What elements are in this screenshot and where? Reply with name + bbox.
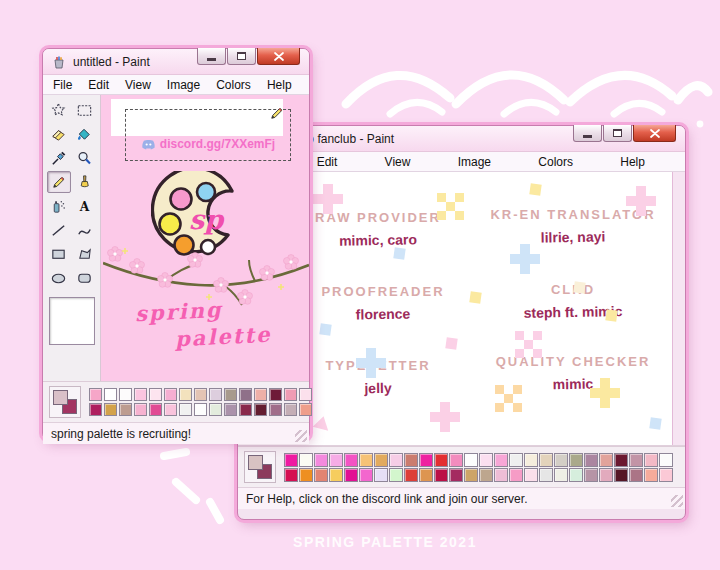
palette-swatch[interactable] [194, 388, 207, 401]
palette-swatch[interactable] [644, 453, 658, 467]
palette-swatch[interactable] [404, 468, 418, 482]
palette-swatch[interactable] [584, 453, 598, 467]
palette-swatch[interactable] [104, 403, 117, 416]
palette-swatch[interactable] [269, 403, 282, 416]
menu-item-help[interactable]: Help [261, 78, 298, 92]
palette-swatch[interactable] [164, 403, 177, 416]
menu-item-help[interactable]: Help [614, 155, 651, 169]
palette-swatch[interactable] [479, 453, 493, 467]
palette-swatch[interactable] [449, 453, 463, 467]
palette-swatch[interactable] [224, 388, 237, 401]
palette-swatch[interactable] [89, 388, 102, 401]
palette-swatch[interactable] [389, 468, 403, 482]
palette-swatch[interactable] [464, 453, 478, 467]
palette-swatch[interactable] [554, 453, 568, 467]
menu-item-colors[interactable]: Colors [210, 78, 257, 92]
minimize-button[interactable] [573, 125, 602, 142]
tool-magnifier-icon[interactable] [73, 147, 97, 169]
title-bar[interactable]: untitled - Paint [43, 49, 309, 75]
palette-swatch[interactable] [134, 403, 147, 416]
palette-swatch[interactable] [524, 453, 538, 467]
palette-swatch[interactable] [629, 453, 643, 467]
palette-swatch[interactable] [89, 403, 102, 416]
palette-swatch[interactable] [344, 453, 358, 467]
palette-swatch[interactable] [374, 453, 388, 467]
palette-swatch[interactable] [659, 453, 673, 467]
tool-fill-icon[interactable] [73, 123, 97, 145]
menu-item-edit[interactable]: Edit [311, 155, 344, 169]
palette-swatch[interactable] [389, 453, 403, 467]
palette-swatch[interactable] [539, 468, 553, 482]
palette-swatch[interactable] [584, 468, 598, 482]
palette-swatch[interactable] [164, 388, 177, 401]
palette-swatch[interactable] [494, 468, 508, 482]
menu-item-edit[interactable]: Edit [82, 78, 115, 92]
palette-swatch[interactable] [239, 403, 252, 416]
palette-swatch[interactable] [209, 403, 222, 416]
palette-swatch[interactable] [479, 468, 493, 482]
close-button[interactable] [257, 48, 300, 65]
minimize-button[interactable] [197, 48, 226, 65]
selection-box[interactable]: discord.gg/7XXemFj [125, 109, 291, 161]
palette-swatch[interactable] [329, 453, 343, 467]
palette-swatch[interactable] [614, 453, 628, 467]
tool-line-icon[interactable] [47, 219, 71, 241]
palette-swatch[interactable] [359, 453, 373, 467]
menu-item-image[interactable]: Image [452, 155, 497, 169]
palette-swatch[interactable] [554, 468, 568, 482]
palette-swatch[interactable] [569, 468, 583, 482]
tool-polygon-icon[interactable] [73, 243, 97, 265]
palette-swatch[interactable] [629, 468, 643, 482]
palette-swatch[interactable] [509, 453, 523, 467]
palette-swatch[interactable] [179, 403, 192, 416]
palette-swatch[interactable] [314, 453, 328, 467]
tool-pencil-icon[interactable] [47, 171, 71, 193]
foreground-background-colors[interactable] [244, 451, 276, 483]
palette-swatch[interactable] [194, 403, 207, 416]
palette-swatch[interactable] [299, 468, 313, 482]
menu-item-file[interactable]: File [47, 78, 78, 92]
paint-canvas[interactable]: discord.gg/7XXemFj sp spring palette [101, 95, 309, 381]
palette-swatch[interactable] [419, 468, 433, 482]
tool-picker-icon[interactable] [47, 147, 71, 169]
palette-swatch[interactable] [599, 453, 613, 467]
resize-grip[interactable] [295, 430, 307, 442]
palette-swatch[interactable] [149, 403, 162, 416]
tool-options-box[interactable] [49, 297, 95, 345]
palette-swatch[interactable] [344, 468, 358, 482]
palette-swatch[interactable] [284, 403, 297, 416]
palette-swatch[interactable] [299, 388, 312, 401]
palette-swatch[interactable] [299, 453, 313, 467]
tool-brush-icon[interactable] [73, 171, 97, 193]
palette-swatch[interactable] [239, 388, 252, 401]
palette-swatch[interactable] [209, 388, 222, 401]
resize-grip[interactable] [671, 495, 683, 507]
palette-swatch[interactable] [119, 388, 132, 401]
palette-swatch[interactable] [314, 468, 328, 482]
palette-swatch[interactable] [494, 453, 508, 467]
maximize-button[interactable] [227, 48, 256, 65]
palette-swatch[interactable] [509, 468, 523, 482]
palette-swatch[interactable] [464, 468, 478, 482]
palette-swatch[interactable] [284, 388, 297, 401]
menu-item-view[interactable]: View [379, 155, 417, 169]
paint-window-untitled[interactable]: untitled - Paint FileEditViewImageColors… [42, 48, 310, 440]
tool-ellipse-icon[interactable] [47, 267, 71, 289]
palette-swatch[interactable] [374, 468, 388, 482]
palette-swatch[interactable] [419, 453, 433, 467]
palette-swatch[interactable] [329, 468, 343, 482]
tool-select-icon[interactable] [73, 99, 97, 121]
palette-swatch[interactable] [359, 468, 373, 482]
tool-airbrush-icon[interactable] [47, 195, 71, 217]
palette-swatch[interactable] [434, 453, 448, 467]
palette-swatch[interactable] [299, 403, 312, 416]
tool-curve-icon[interactable] [73, 219, 97, 241]
foreground-background-colors[interactable] [49, 386, 81, 418]
palette-swatch[interactable] [224, 403, 237, 416]
tool-rounded-rectangle-icon[interactable] [73, 267, 97, 289]
palette-swatch[interactable] [119, 403, 132, 416]
palette-swatch[interactable] [434, 468, 448, 482]
menu-item-view[interactable]: View [119, 78, 157, 92]
tool-text-icon[interactable]: A [73, 195, 97, 217]
maximize-button[interactable] [603, 125, 632, 142]
